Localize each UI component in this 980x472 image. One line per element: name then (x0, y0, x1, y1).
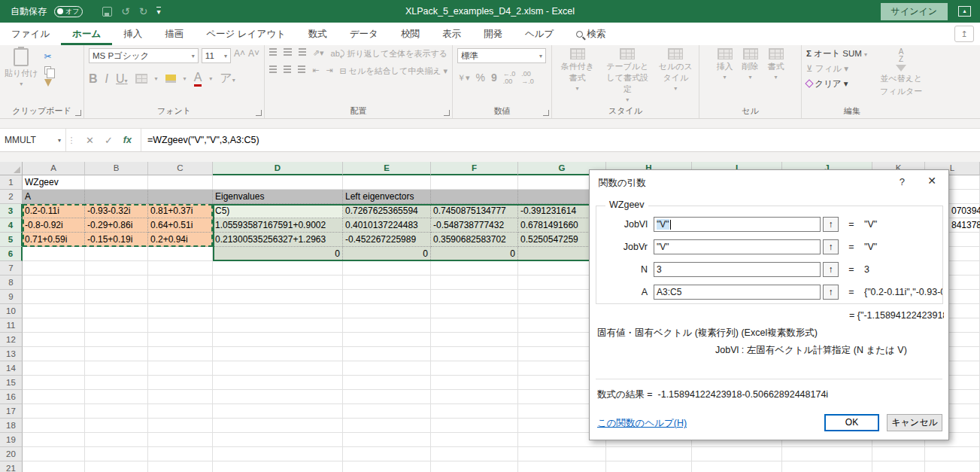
redo-icon[interactable]: ↻ (139, 6, 148, 17)
row-header-4[interactable]: 4 (0, 218, 23, 233)
sign-in-button[interactable]: サインイン (881, 3, 948, 20)
collapse-dialog-icon-jobvr[interactable]: ↑ (823, 239, 839, 254)
number-dialog-launcher-icon[interactable] (543, 110, 549, 116)
tab-検索[interactable]: 検索 (565, 23, 617, 45)
row-header-9[interactable]: 9 (0, 290, 23, 304)
column-header-C[interactable]: C (148, 162, 213, 175)
shrink-font-icon[interactable]: A˅ (248, 48, 259, 63)
row-header-1[interactable]: 1 (0, 175, 23, 190)
tab-データ[interactable]: データ (338, 23, 390, 45)
cell-L3[interactable]: 070394 (949, 204, 980, 218)
tab-数式[interactable]: 数式 (297, 23, 338, 45)
dialog-close-icon[interactable]: ✕ (927, 175, 936, 187)
collapse-dialog-icon-jobvl[interactable]: ↑ (823, 217, 839, 232)
italic-icon[interactable]: I (105, 72, 108, 86)
save-icon[interactable] (102, 7, 112, 17)
cell-A2[interactable]: A (23, 190, 85, 204)
tab-校閲[interactable]: 校閲 (390, 23, 431, 45)
cell-D2[interactable]: Eigenvalues (213, 190, 343, 204)
arg-input-n[interactable]: 3 (654, 262, 821, 277)
percent-icon[interactable]: % (476, 72, 485, 84)
cut-icon[interactable]: ✂ (44, 51, 52, 62)
wrap-text-button[interactable]: ab⤸ 折り返して全体を表示する (331, 48, 448, 59)
cell-B2[interactable] (85, 190, 148, 204)
cell-F2[interactable] (431, 190, 518, 204)
clipboard-dialog-launcher-icon[interactable] (75, 110, 81, 116)
cell-L4[interactable]: 841378 (949, 218, 980, 233)
cancel-entry-icon[interactable]: ✕ (86, 135, 94, 146)
fill-button[interactable]: ⊻ フィル ▾ (806, 63, 867, 75)
cell-C2[interactable] (148, 190, 213, 204)
arg-input-jobvl[interactable]: "V" (654, 217, 821, 232)
merge-center-button[interactable]: ⊟ セルを結合して中央揃え ▾ (340, 65, 448, 77)
sort-filter-button[interactable]: AZ 並べ替えと フィルター (878, 48, 924, 97)
tab-file[interactable]: ファイル (0, 23, 61, 45)
font-color-icon[interactable]: A (194, 71, 202, 87)
tab-開発[interactable]: 開発 (472, 23, 514, 45)
row-header-16[interactable]: 16 (0, 390, 23, 404)
arg-input-a[interactable]: A3:C5 (654, 285, 821, 300)
arg-input-jobvr[interactable]: "V" (654, 239, 821, 254)
currency-icon[interactable]: ￥▾ (457, 72, 470, 84)
column-header-A[interactable]: A (23, 162, 85, 175)
column-header-E[interactable]: E (343, 162, 431, 175)
tab-挿入[interactable]: 挿入 (112, 23, 153, 45)
row-header-14[interactable]: 14 (0, 361, 23, 376)
enter-entry-icon[interactable]: ✓ (105, 135, 113, 146)
orientation-icon[interactable]: ⇗▾ (313, 48, 324, 58)
customize-quick-access-icon[interactable]: ▾ (156, 7, 160, 16)
align-middle-icon[interactable] (284, 48, 291, 50)
align-top-icon[interactable] (269, 48, 277, 50)
tab-ホーム[interactable]: ホーム (61, 23, 112, 45)
column-header-D[interactable]: D (213, 162, 343, 175)
conditional-formatting-button[interactable]: 条件付き書式 ▾ (557, 48, 598, 103)
row-header-12[interactable]: 12 (0, 333, 23, 347)
borders-icon[interactable] (135, 74, 147, 84)
insert-function-icon[interactable]: fx (123, 135, 132, 145)
format-as-table-button[interactable]: テーブルとして書式設定 ▾ (604, 48, 651, 103)
tab-表示[interactable]: 表示 (431, 23, 472, 45)
tab-ヘルプ[interactable]: ヘルプ (514, 23, 565, 45)
row-header-10[interactable]: 10 (0, 304, 23, 318)
underline-icon[interactable]: U▾ (116, 72, 128, 86)
alignment-dialog-launcher-icon[interactable] (444, 110, 450, 116)
font-dialog-launcher-icon[interactable] (256, 110, 262, 116)
ribbon-display-options-icon[interactable]: ▴ (958, 6, 971, 17)
font-size-select[interactable]: 11 ▾ (202, 48, 231, 63)
row-header-17[interactable]: 17 (0, 404, 23, 419)
number-format-select[interactable]: 標準 ▾ (457, 48, 546, 63)
autosave-toggle[interactable]: オフ (54, 6, 83, 17)
row-header-8[interactable]: 8 (0, 276, 23, 290)
ok-button[interactable]: OK (824, 414, 879, 431)
column-header-B[interactable]: B (85, 162, 148, 175)
increase-indent-icon[interactable]: ⇥ (326, 65, 332, 75)
row-header-18[interactable]: 18 (0, 419, 23, 433)
collapse-dialog-icon-n[interactable]: ↑ (823, 262, 839, 277)
row-header-5[interactable]: 5 (0, 233, 23, 247)
autosum-button[interactable]: Σ オート SUM ▾ (806, 48, 867, 59)
share-icon[interactable]: ↥ (954, 26, 974, 42)
row-header-15[interactable]: 15 (0, 376, 23, 390)
format-painter-icon[interactable] (44, 79, 52, 87)
cell-A1[interactable]: WZgeev (23, 175, 85, 190)
delete-cells-button[interactable]: 削除 ▾ (742, 48, 759, 81)
align-center-icon[interactable] (284, 65, 291, 67)
format-cells-button[interactable]: 書式 ▾ (768, 48, 784, 81)
tab-ページ レイアウト[interactable]: ページ レイアウト (195, 23, 297, 45)
insert-cells-button[interactable]: 挿入 ▾ (717, 48, 733, 81)
select-all-corner[interactable] (0, 162, 23, 175)
decrease-indent-icon[interactable]: ⇤ (312, 65, 319, 75)
collapse-dialog-icon-a[interactable]: ↑ (823, 285, 839, 300)
undo-icon[interactable]: ↺ (121, 6, 130, 17)
increase-decimal-icon[interactable]: ←.0.00 (503, 70, 516, 85)
function-help-link[interactable]: この関数のヘルプ(H) (597, 417, 687, 430)
row-header-7[interactable]: 7 (0, 261, 23, 276)
row-header-20[interactable]: 20 (0, 447, 23, 461)
row-header-2[interactable]: 2 (0, 190, 23, 204)
formula-bar-splitter[interactable]: ⋮ (66, 129, 77, 151)
cell-styles-button[interactable]: セルのスタイル ▾ (657, 48, 694, 103)
row-header-13[interactable]: 13 (0, 347, 23, 361)
align-right-icon[interactable] (298, 65, 305, 67)
grow-font-icon[interactable]: A˄ (234, 48, 245, 63)
align-left-icon[interactable] (269, 65, 277, 67)
